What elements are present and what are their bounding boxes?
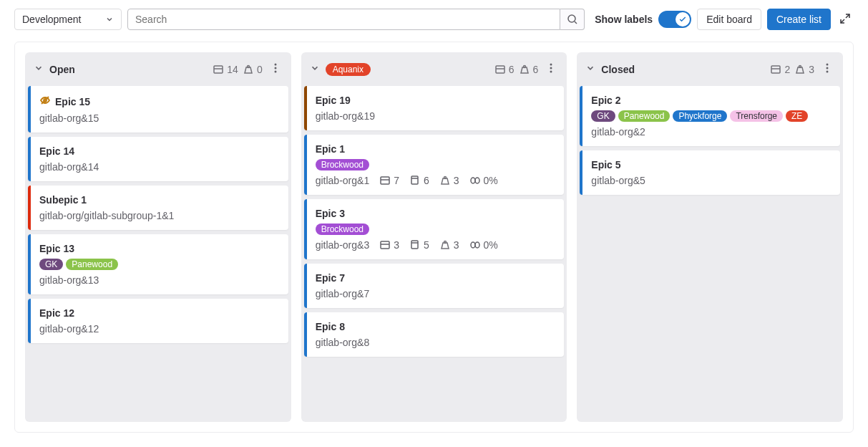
card-footer: gitlab-org&13 <box>39 274 280 286</box>
expand-button[interactable] <box>837 10 854 29</box>
svg-point-21 <box>444 177 446 179</box>
card-labels: GKPanewood <box>39 259 280 270</box>
weight-count: 6 <box>519 64 539 75</box>
label-chip[interactable]: Panewood <box>618 110 670 122</box>
card-title: Epic 1 <box>316 143 345 155</box>
epic-card[interactable]: Epic 3 Brockwood gitlab-org&3 3 5 3 0% <box>304 199 565 259</box>
epic-card[interactable]: Epic 19 gitlab-org&19 <box>304 86 565 130</box>
label-chip[interactable]: GK <box>39 259 63 270</box>
list-menu-button[interactable] <box>542 59 560 79</box>
svg-line-1 <box>575 21 577 24</box>
list-title: Closed <box>601 64 635 75</box>
show-labels-toggle[interactable] <box>658 11 691 28</box>
label-chip[interactable]: GK <box>591 110 615 122</box>
epic-card[interactable]: Epic 15 gitlab-org&15 <box>28 86 288 133</box>
svg-point-28 <box>471 242 475 248</box>
epic-card[interactable]: Epic 2 GKPanewoodPhyckforgeTrensforgeZE … <box>580 86 840 146</box>
card-title: Epic 8 <box>316 321 345 332</box>
svg-point-23 <box>475 178 479 183</box>
progress-stat: 0% <box>469 239 498 251</box>
search-button[interactable] <box>560 9 585 30</box>
list-menu-button[interactable] <box>267 59 284 79</box>
card-title: Epic 14 <box>39 145 74 157</box>
card-labels: Brockwood <box>316 224 556 235</box>
card-reference: gitlab-org&13 <box>39 274 99 286</box>
collapse-list-button[interactable] <box>584 62 597 77</box>
card-reference: gitlab-org/gitlab-subgroup-1&1 <box>39 210 174 221</box>
label-chip[interactable]: Brockwood <box>316 159 369 170</box>
card-title-row: Epic 15 <box>39 95 280 108</box>
card-title-row: Epic 12 <box>39 307 280 319</box>
label-chip[interactable]: Phyckforge <box>673 110 727 122</box>
card-reference: gitlab-org&19 <box>316 110 375 122</box>
list-header: Aquanix 6 6 <box>301 52 567 86</box>
epic-count: 2 <box>770 64 790 75</box>
epic-card[interactable]: Epic 1 Brockwood gitlab-org&1 7 6 3 0% <box>304 135 565 195</box>
epic-card[interactable]: Epic 13 GKPanewood gitlab-org&13 <box>28 234 288 294</box>
card-reference: gitlab-org&12 <box>39 323 99 335</box>
svg-point-15 <box>550 64 552 66</box>
show-labels-label: Show labels <box>595 14 653 25</box>
svg-point-8 <box>274 67 276 69</box>
confidential-icon <box>39 95 51 108</box>
board-dropdown[interactable]: Development <box>14 9 122 30</box>
card-labels: Brockwood <box>316 159 556 170</box>
card-title-row: Epic 7 <box>316 272 556 284</box>
label-chip[interactable]: Brockwood <box>316 224 369 235</box>
svg-rect-18 <box>381 177 389 184</box>
epic-card[interactable]: Epic 7 gitlab-org&7 <box>304 264 565 308</box>
progress-stat: 0% <box>469 175 498 186</box>
card-footer: gitlab-org&3 3 5 3 0% <box>316 239 556 251</box>
card-footer: gitlab-org&19 <box>316 110 556 122</box>
svg-point-14 <box>523 65 525 67</box>
label-chip[interactable]: ZE <box>786 110 808 122</box>
epic-count: 14 <box>213 64 238 75</box>
list-cards: Epic 2 GKPanewoodPhyckforgeTrensforgeZE … <box>577 86 843 199</box>
card-footer: gitlab-org&7 <box>316 288 556 299</box>
card-title: Epic 3 <box>316 208 345 219</box>
search-input[interactable] <box>127 9 560 30</box>
create-list-button[interactable]: Create list <box>767 9 831 30</box>
epic-card[interactable]: Epic 12 gitlab-org&12 <box>28 299 288 343</box>
collapse-list-button[interactable] <box>308 62 321 77</box>
card-footer: gitlab-org&2 <box>591 126 832 138</box>
list-title-label: Aquanix <box>326 63 371 76</box>
card-title: Epic 12 <box>39 307 74 319</box>
card-title: Epic 13 <box>39 243 74 254</box>
card-title: Epic 7 <box>316 272 345 284</box>
card-labels: GKPanewoodPhyckforgeTrensforgeZE <box>591 110 832 122</box>
collapse-list-button[interactable] <box>32 62 45 77</box>
label-chip[interactable]: Panewood <box>66 259 118 270</box>
card-reference: gitlab-org&2 <box>591 126 645 138</box>
board-list: Aquanix 6 6 Epic 19 gitlab-org&19 Epic 1… <box>301 52 567 422</box>
list-menu-button[interactable] <box>819 59 836 79</box>
card-title: Epic 15 <box>55 96 90 107</box>
epic-card[interactable]: Epic 8 gitlab-org&8 <box>304 312 565 357</box>
svg-rect-24 <box>381 241 389 249</box>
svg-point-34 <box>826 67 829 69</box>
svg-point-16 <box>550 67 552 69</box>
epic-card[interactable]: Epic 5 gitlab-org&5 <box>580 150 840 195</box>
expand-icon <box>839 13 851 24</box>
epic-card[interactable]: Epic 14 gitlab-org&14 <box>28 137 288 181</box>
card-title-row: Epic 3 <box>316 208 556 219</box>
card-title-row: Epic 2 <box>591 95 832 106</box>
epic-count: 6 <box>494 64 515 75</box>
svg-rect-12 <box>496 66 504 73</box>
svg-rect-30 <box>771 66 780 73</box>
svg-point-27 <box>444 241 446 244</box>
card-title-row: Epic 8 <box>316 321 556 332</box>
label-chip[interactable]: Trensforge <box>730 110 783 122</box>
card-footer: gitlab-org&5 <box>591 175 832 186</box>
board-inner: Open 14 0 Epic 15 gitlab-org&15 Epic 14 … <box>14 42 854 433</box>
svg-point-22 <box>471 178 475 183</box>
card-title: Subepic 1 <box>39 194 87 206</box>
edit-board-button[interactable]: Edit board <box>697 9 761 30</box>
list-cards: Epic 19 gitlab-org&19 Epic 1 Brockwood g… <box>301 86 567 361</box>
epic-card[interactable]: Subepic 1 gitlab-org/gitlab-subgroup-1&1 <box>28 186 288 230</box>
card-reference: gitlab-org&14 <box>39 161 99 173</box>
list-header: Closed 2 3 <box>577 52 843 86</box>
svg-point-32 <box>799 65 801 67</box>
card-title-row: Epic 1 <box>316 143 556 155</box>
child-epics-stat: 5 <box>409 239 429 251</box>
